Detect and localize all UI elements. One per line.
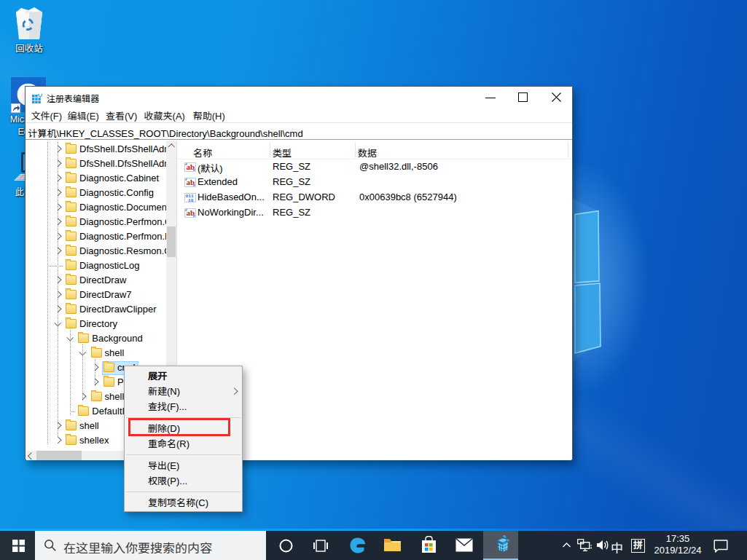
svg-text:ab: ab xyxy=(187,162,195,171)
svg-text:ab: ab xyxy=(187,178,195,186)
svg-text:ab: ab xyxy=(187,208,195,217)
svg-text:10: 10 xyxy=(188,198,194,202)
